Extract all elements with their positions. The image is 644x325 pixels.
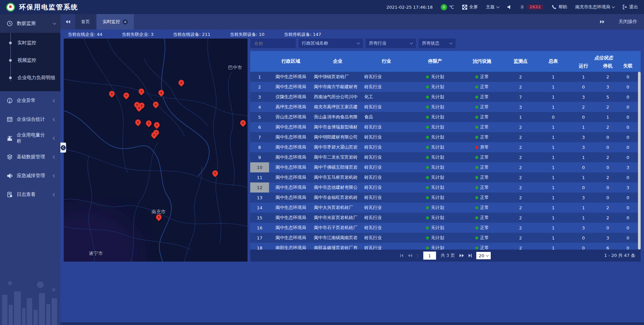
- table-row[interactable]: 13阆中生态环境局阆中市金福旺页岩机砖砖瓦行业无计划正常21300: [250, 193, 641, 203]
- status-dot: [426, 136, 429, 139]
- name-filter-input[interactable]: [254, 41, 292, 46]
- cell-index: 11: [250, 172, 269, 182]
- chevron-icon: [53, 174, 56, 177]
- cell-meters: 1: [537, 193, 569, 203]
- tab-realtime-monitor[interactable]: 实时监控 ✕: [97, 14, 134, 30]
- map-panel[interactable]: 巴中市南充市遂宁市: [64, 39, 248, 262]
- table-row[interactable]: 8阆中生态环境局阆中市枣碧大梁山页岩砖瓦行业无计划异常21300: [250, 142, 641, 152]
- theme-dropdown[interactable]: 主题: [486, 4, 499, 10]
- cell-region: 南部生态环境局: [269, 243, 313, 250]
- table-row[interactable]: 4高坪生态环境局南充市高坪区王家店建砖瓦行业无计划正常31220: [250, 102, 641, 112]
- table-row[interactable]: 15阆中生态环境局阆中市光富页岩机砖厂砖瓦行业无计划正常21120: [250, 213, 641, 223]
- tab-home[interactable]: 首页: [75, 14, 96, 30]
- cell-limit-status: 无计划: [410, 233, 460, 243]
- cell-index: 15: [250, 213, 269, 223]
- cell-points: 3: [504, 102, 537, 112]
- sidebar-item-1[interactable]: 企业异常: [0, 91, 60, 110]
- status-dot: [475, 236, 478, 239]
- status-dot: [475, 206, 478, 209]
- close-operations-button[interactable]: 关闭操作: [619, 19, 637, 25]
- cell-stop: 2: [598, 72, 618, 82]
- table-row[interactable]: 14阆中生态环境局阆中大兴页岩机砖厂砖瓦行业无计划正常21120: [250, 203, 641, 213]
- help-button[interactable]: 帮助: [552, 4, 567, 10]
- cell-company: 阆中市枣碧大梁山页岩: [313, 142, 363, 152]
- city-skyline-decoration: [0, 275, 60, 325]
- table-row[interactable]: 5营山生态环境局营山县润丰肉食品有限食品无计划正常10010: [250, 112, 641, 122]
- table-row[interactable]: 12阆中生态环境局阆中市忠信建材有限公砖瓦行业无计划正常21003: [250, 182, 641, 193]
- mute-button[interactable]: [507, 5, 512, 9]
- sidebar-item-5[interactable]: 应急减排管理: [0, 166, 60, 185]
- last-page-button[interactable]: [469, 254, 472, 257]
- region-filter-select[interactable]: 行政区域名称: [299, 39, 363, 48]
- bell-icon: [520, 5, 525, 9]
- table-row[interactable]: 11阆中生态环境局阆中市五马桥页岩机砖砖瓦行业无计划正常21120: [250, 172, 641, 182]
- cell-industry: 砖瓦行业: [363, 122, 410, 132]
- cell-run: 0: [569, 182, 598, 193]
- table-row[interactable]: 16阆中生态环境局阆中市石子页岩机砖厂砖瓦行业无计划正常21300: [250, 223, 641, 233]
- enterprise-table: 行政区域 企业 行业 停限产 治污设施 监测点 总表 点位状态 运行 停机 失联: [250, 51, 641, 262]
- cell-company: 阆中大兴页岩机砖厂: [313, 203, 363, 213]
- table-row[interactable]: 3仪陇生态环境局西南油气田分公司川中化工无计划正常71350: [250, 92, 641, 102]
- table-row[interactable]: 18南部生态环境局南部县碾垭页岩砖厂有砖瓦行业无计划正常21060: [250, 243, 641, 250]
- sidebar-subitem-0-2[interactable]: 企业电力负荷明细: [0, 69, 60, 87]
- tab-close-icon[interactable]: ✕: [123, 19, 128, 24]
- table-row[interactable]: 10阆中生态环境局阆中千佛镇五郎垭页岩砖瓦行业无计划正常21003: [250, 162, 641, 172]
- cell-company: 营山县润丰肉食品有限: [313, 112, 363, 122]
- cell-region: 阆中生态环境局: [269, 162, 313, 172]
- notification-count-badge: 2632: [527, 4, 544, 10]
- table-row[interactable]: 1阆中生态环境局阆中强锐页岩砖厂砖瓦行业无计划正常21120: [250, 72, 641, 82]
- page-number-input[interactable]: [423, 252, 436, 260]
- cell-industry: 化工: [363, 92, 410, 102]
- tabs-scroll-left-button[interactable]: [60, 14, 75, 30]
- notification-area[interactable]: 2632: [520, 4, 544, 10]
- cell-run: 1: [569, 152, 598, 162]
- sidebar-item-3[interactable]: 企业用电量分析: [0, 129, 60, 148]
- stat-item-1: 当前失联企业: 3: [122, 32, 154, 38]
- table-row[interactable]: 9阆中生态环境局阆中市二龙长宝页岩砖砖瓦行业无计划正常21120: [250, 152, 641, 162]
- cell-limit-status: 无计划: [410, 182, 460, 193]
- cell-lost: 0: [618, 102, 638, 112]
- sidebar-subitem-0-1[interactable]: 视频监控: [0, 52, 60, 69]
- cell-run: 1: [569, 172, 598, 182]
- cell-facility-status: 正常: [460, 82, 504, 92]
- status-dot: [475, 126, 478, 129]
- prev-page-button[interactable]: [408, 254, 412, 257]
- sidebar-item-0[interactable]: 数据监测: [0, 14, 60, 33]
- record-range-label: 1 - 20 共 47 条: [604, 253, 635, 259]
- cell-points: 2: [504, 152, 537, 162]
- col-limit: 停限产: [410, 51, 460, 72]
- status-filter-select[interactable]: 所有状态: [419, 39, 455, 48]
- sidebar-collapse-handle[interactable]: [60, 143, 66, 153]
- cell-industry: 砖瓦行业: [363, 233, 410, 243]
- cell-stop: 2: [598, 122, 618, 132]
- col-index: [250, 51, 269, 72]
- cell-industry: 砖瓦行业: [363, 193, 410, 203]
- first-page-button[interactable]: [400, 254, 403, 257]
- status-dot: [475, 196, 478, 199]
- tab-bar: 首页 实时监控 ✕ 关闭操作: [60, 14, 644, 30]
- cell-points: 2: [504, 162, 537, 172]
- cell-meters: 1: [537, 92, 569, 102]
- cell-points: 2: [504, 243, 537, 250]
- next-page-button[interactable]: [460, 254, 464, 257]
- status-dot: [426, 186, 429, 189]
- name-filter[interactable]: [250, 39, 296, 48]
- industry-filter-select[interactable]: 所有行业: [366, 39, 416, 48]
- sidebar-item-6[interactable]: 日志查看: [0, 185, 60, 204]
- table-scrollbar[interactable]: [638, 72, 641, 250]
- table-row[interactable]: 6阆中生态环境局阆中市金博瑞新型墙材砖瓦行业无计划正常21120: [250, 122, 641, 132]
- sidebar-item-2[interactable]: 企业综合统计: [0, 110, 60, 129]
- cell-facility-status: 正常: [460, 152, 504, 162]
- col-region: 行政区域: [269, 51, 313, 72]
- sidebar-item-4[interactable]: 基础数据管理: [0, 148, 60, 166]
- logout-button[interactable]: 退出: [623, 4, 638, 10]
- table-row[interactable]: 17阆中生态环境局阆中市江南镇阆南页岩砖瓦行业无计划正常21030: [250, 233, 641, 243]
- cell-region: 营山生态环境局: [269, 112, 313, 122]
- page-size-select[interactable]: 20: [476, 252, 491, 259]
- tabs-scroll-right-button[interactable]: [600, 20, 604, 23]
- org-dropdown[interactable]: 南充市生态环境局: [575, 4, 614, 10]
- table-row[interactable]: 2阆中生态环境局阆中市南方节能建材有砖瓦行业无计划正常21030: [250, 82, 641, 92]
- sidebar-subitem-0-0[interactable]: 实时监控: [0, 34, 60, 52]
- table-row[interactable]: 7阆中生态环境局阆中明阳建材有限公司砖瓦行业无计划正常21300: [250, 132, 641, 142]
- fullscreen-button[interactable]: 全屏: [462, 4, 478, 10]
